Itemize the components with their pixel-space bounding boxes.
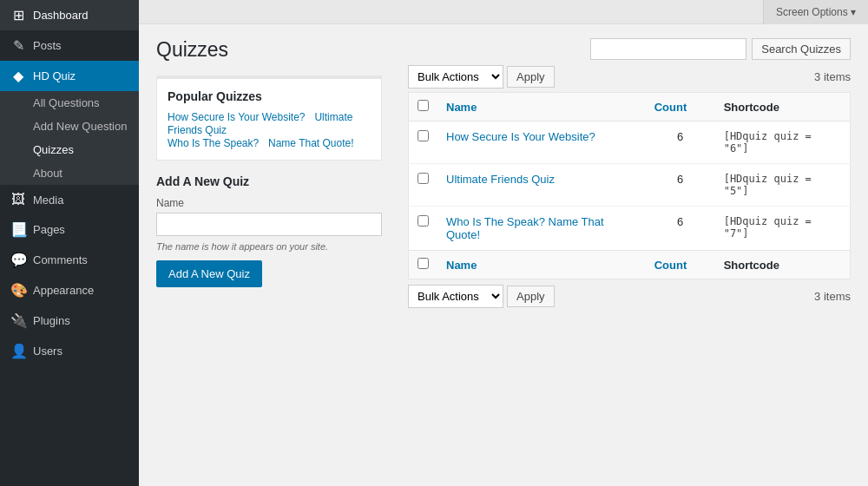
plugins-icon: 🔌: [10, 312, 26, 329]
row-checkbox-cell: [409, 207, 438, 251]
sidebar-item-label: Pages: [33, 223, 65, 236]
name-label: Name: [156, 197, 382, 209]
sidebar-item-label: Users: [33, 345, 62, 358]
select-all-footer: [409, 251, 438, 279]
sidebar-item-add-new-question[interactable]: Add New Question: [0, 115, 139, 138]
popular-quizzes-heading: Popular Quizzes: [168, 89, 371, 103]
sidebar-item-label: Plugins: [33, 314, 70, 327]
main-area: Screen Options ▾ Quizzes Popular Quizzes…: [139, 0, 868, 486]
sidebar-item-plugins[interactable]: 🔌 Plugins: [0, 305, 139, 336]
quiz-name-input[interactable]: [156, 213, 382, 236]
select-all-checkbox[interactable]: [418, 100, 429, 111]
popular-quiz-link-4[interactable]: Name That Quote!: [268, 137, 354, 149]
table-body: How Secure Is Your Website? 6 [HDquiz qu…: [409, 122, 851, 251]
dashboard-icon: ⊞: [10, 7, 26, 23]
hd-quiz-submenu: All Questions Add New Question Quizzes A…: [0, 91, 139, 185]
select-all-footer-checkbox[interactable]: [418, 258, 429, 269]
apply-top-button[interactable]: Apply: [507, 66, 555, 88]
apply-bottom-button[interactable]: Apply: [507, 286, 555, 307]
row-name-cell: How Secure Is Your Website?: [437, 122, 646, 164]
quiz-name-link-0[interactable]: How Secure Is Your Website?: [446, 130, 595, 143]
content-area: Quizzes Popular Quizzes How Secure Is Yo…: [139, 24, 868, 486]
row-shortcode-cell: [HDquiz quiz = "7"]: [715, 207, 851, 251]
comments-icon: 💬: [10, 252, 26, 268]
row-count-cell: 6: [646, 164, 715, 207]
bottom-toolbar: Bulk Actions Apply 3 items: [408, 285, 851, 308]
popular-quiz-link-1[interactable]: How Secure Is Your Website?: [168, 111, 306, 123]
sidebar-item-dashboard[interactable]: ⊞ Dashboard: [0, 0, 139, 30]
items-count-bottom: 3 items: [814, 290, 851, 303]
table-row: How Secure Is Your Website? 6 [HDquiz qu…: [409, 122, 851, 164]
row-shortcode-cell: [HDquiz quiz = "5"]: [715, 164, 851, 207]
sidebar: ⊞ Dashboard ✎ Posts ◆ HD Quiz All Questi…: [0, 0, 139, 486]
name-hint: The name is how it appears on your site.: [156, 241, 382, 252]
sidebar-item-comments[interactable]: 💬 Comments: [0, 245, 139, 275]
hd-quiz-icon: ◆: [10, 68, 26, 84]
row-name-cell: Ultimate Friends Quiz: [437, 164, 646, 207]
sidebar-item-label: Comments: [33, 253, 88, 266]
table-footer-row: Name Count Shortcode: [409, 251, 851, 279]
left-panel: Quizzes Popular Quizzes How Secure Is Yo…: [139, 24, 399, 486]
select-all-header: [409, 93, 438, 122]
screen-options-button[interactable]: Screen Options ▾: [763, 0, 868, 24]
row-shortcode-cell: [HDquiz quiz = "6"]: [715, 122, 851, 164]
media-icon: 🖼: [10, 192, 26, 207]
bulk-actions-top-select[interactable]: Bulk Actions: [408, 65, 503, 89]
col-header-count[interactable]: Count: [646, 93, 715, 122]
sidebar-item-label: Posts: [33, 39, 62, 52]
row-checkbox-cell: [409, 164, 438, 207]
screen-options-bar: Screen Options ▾: [139, 0, 868, 24]
add-quiz-heading: Add A New Quiz: [156, 174, 382, 188]
bulk-actions-bottom-select[interactable]: Bulk Actions: [408, 285, 503, 308]
col-footer-shortcode: Shortcode: [715, 251, 851, 279]
add-new-quiz-form: Add A New Quiz Name The name is how it a…: [156, 174, 382, 287]
page-title: Quizzes: [156, 38, 382, 62]
table-header-row: Name Count Shortcode: [409, 93, 851, 122]
table-row: Who Is The Speak? Name That Quote! 6 [HD…: [409, 207, 851, 251]
sidebar-item-quizzes[interactable]: Quizzes: [0, 138, 139, 161]
popular-quiz-link-3[interactable]: Who Is The Speak?: [168, 137, 259, 149]
sidebar-item-label: Dashboard: [33, 9, 89, 22]
top-toolbar: Bulk Actions Apply 3 items: [408, 65, 851, 89]
quiz-name-link-1[interactable]: Ultimate Friends Quiz: [446, 173, 555, 186]
appearance-icon: 🎨: [10, 282, 26, 299]
add-new-quiz-button[interactable]: Add A New Quiz: [156, 260, 262, 287]
col-footer-name[interactable]: Name: [437, 251, 646, 279]
sidebar-item-posts[interactable]: ✎ Posts: [0, 30, 139, 61]
users-icon: 👤: [10, 343, 26, 359]
sidebar-item-label: Appearance: [33, 284, 94, 297]
sidebar-item-label: HD Quiz: [33, 69, 76, 82]
row-count-cell: 6: [646, 207, 715, 251]
search-toolbar: Search Quizzes: [408, 38, 851, 60]
col-header-name[interactable]: Name: [437, 93, 646, 122]
row-checkbox-0[interactable]: [418, 130, 429, 141]
popular-quizzes-links: How Secure Is Your Website? Ultimate Fri…: [168, 110, 371, 149]
row-checkbox-2[interactable]: [418, 215, 429, 227]
items-count-top: 3 items: [814, 70, 851, 83]
sidebar-item-hd-quiz[interactable]: ◆ HD Quiz: [0, 61, 139, 91]
sidebar-item-appearance[interactable]: 🎨 Appearance: [0, 275, 139, 305]
row-checkbox-cell: [409, 122, 438, 164]
col-footer-count[interactable]: Count: [646, 251, 715, 279]
sidebar-item-pages[interactable]: 📃 Pages: [0, 214, 139, 245]
row-checkbox-1[interactable]: [418, 173, 429, 184]
right-panel: Search Quizzes Bulk Actions Apply 3 item…: [399, 24, 868, 486]
row-name-cell: Who Is The Speak? Name That Quote!: [437, 207, 646, 251]
quizzes-table: Name Count Shortcode How Secure Is Your …: [408, 92, 851, 279]
pages-icon: 📃: [10, 221, 26, 238]
sidebar-item-label: Media: [33, 194, 63, 207]
sidebar-item-all-questions[interactable]: All Questions: [0, 91, 139, 115]
quiz-name-link-2[interactable]: Who Is The Speak? Name That Quote!: [446, 215, 604, 241]
row-count-cell: 6: [646, 122, 715, 164]
posts-icon: ✎: [10, 37, 26, 54]
sidebar-item-users[interactable]: 👤 Users: [0, 336, 139, 366]
sidebar-item-media[interactable]: 🖼 Media: [0, 185, 139, 214]
table-row: Ultimate Friends Quiz 6 [HDquiz quiz = "…: [409, 164, 851, 207]
col-header-shortcode: Shortcode: [715, 93, 851, 122]
search-quizzes-button[interactable]: Search Quizzes: [752, 38, 851, 60]
popular-quizzes-widget: Popular Quizzes How Secure Is Your Websi…: [156, 76, 382, 161]
sidebar-item-about[interactable]: About: [0, 161, 139, 185]
search-input[interactable]: [590, 38, 746, 60]
